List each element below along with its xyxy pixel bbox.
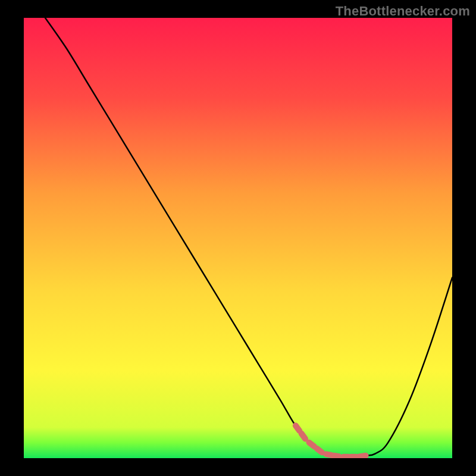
chart-background-gradient — [24, 18, 452, 458]
svg-rect-0 — [24, 18, 452, 458]
watermark-text: TheBottlenecker.com — [336, 4, 470, 19]
chart-plot-area — [24, 18, 452, 458]
